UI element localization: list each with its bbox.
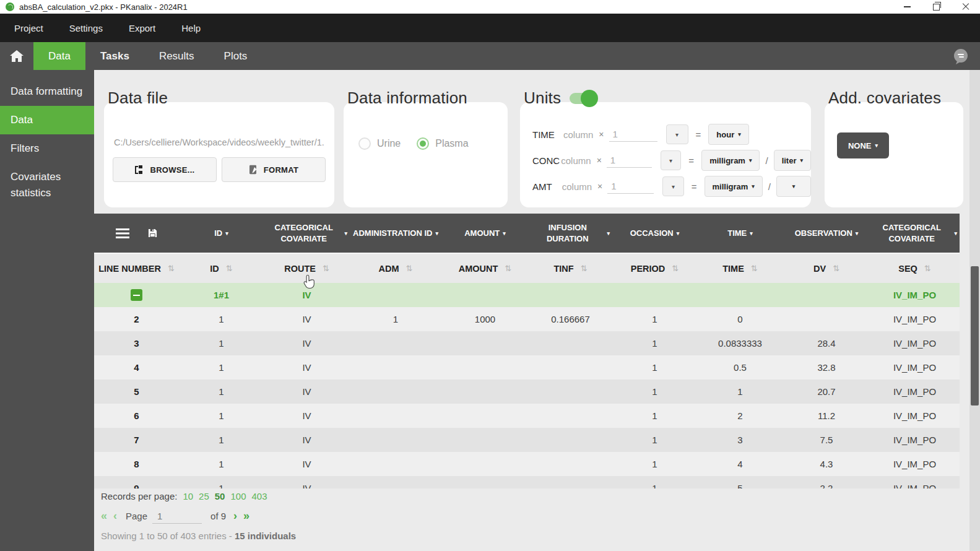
column-header-label: SEQ bbox=[898, 264, 917, 274]
table-row[interactable]: 91IV152.2IV_IM_PO bbox=[94, 476, 960, 488]
tab-results[interactable]: Results bbox=[144, 42, 209, 70]
menu-item-project[interactable]: Project bbox=[1, 23, 56, 33]
page-size-50[interactable]: 50 bbox=[215, 491, 225, 501]
column-header-id[interactable]: ID⇅ bbox=[179, 264, 264, 274]
toolbar-column-categorical-covariate[interactable]: CATEGORICAL COVARIATE▾ bbox=[264, 214, 350, 253]
unit-select-time[interactable]: hour▾ bbox=[708, 124, 748, 145]
scrollbar-thumb[interactable] bbox=[971, 266, 979, 406]
menu-item-help[interactable]: Help bbox=[168, 23, 214, 33]
unit-denominator-select-conc[interactable]: liter▾ bbox=[774, 150, 811, 171]
last-page-button[interactable]: » bbox=[243, 510, 249, 523]
unit-select-conc[interactable]: milligram▾ bbox=[701, 150, 760, 171]
column-header-period[interactable]: PERIOD⇅ bbox=[612, 264, 697, 274]
tab-data[interactable]: Data bbox=[33, 42, 85, 70]
table-row[interactable]: 71IV137.5IV_IM_PO bbox=[94, 428, 960, 452]
table-cell: 2 bbox=[697, 410, 783, 421]
menu-item-export[interactable]: Export bbox=[116, 23, 168, 33]
column-header-line-number[interactable]: LINE NUMBER⇅ bbox=[94, 264, 179, 274]
minimize-button[interactable] bbox=[893, 0, 922, 14]
page-size-403[interactable]: 403 bbox=[252, 491, 267, 501]
unit-multiplier-input[interactable]: 1 bbox=[607, 153, 652, 168]
units-toggle[interactable] bbox=[570, 93, 596, 104]
chevron-down-icon: ▾ bbox=[752, 183, 755, 189]
column-header-tinf[interactable]: TINF⇅ bbox=[529, 264, 612, 274]
sort-icon[interactable]: ⇅ bbox=[751, 264, 758, 273]
sort-icon[interactable]: ⇅ bbox=[505, 264, 511, 273]
toolbar-column-time[interactable]: TIME▾ bbox=[697, 214, 783, 253]
chat-button[interactable] bbox=[952, 48, 969, 65]
unit-select-amt[interactable]: milligram▾ bbox=[705, 176, 763, 197]
toolbar-column-observation[interactable]: OBSERVATION▾ bbox=[783, 214, 870, 253]
toolbar-column-label: OBSERVATION bbox=[795, 228, 852, 239]
toolbar-column-id[interactable]: ID▾ bbox=[179, 214, 264, 253]
sort-icon[interactable]: ⇅ bbox=[226, 264, 233, 273]
toolbar-column-administration-id[interactable]: ADMINISTRATION ID▾ bbox=[350, 214, 441, 253]
browse-button[interactable]: BROWSE... bbox=[113, 157, 217, 182]
sort-icon[interactable]: ⇅ bbox=[168, 264, 175, 273]
table-row[interactable]: 61IV1211.2IV_IM_PO bbox=[94, 404, 960, 428]
page-size-10[interactable]: 10 bbox=[183, 491, 193, 501]
radio-option-plasma[interactable]: Plasma bbox=[417, 137, 468, 150]
chevron-down-icon: ▾ bbox=[954, 228, 957, 239]
toolbar-column-amount[interactable]: AMOUNT▾ bbox=[441, 214, 529, 253]
column-header-adm[interactable]: ADM⇅ bbox=[350, 264, 441, 274]
page-size-100[interactable]: 100 bbox=[230, 491, 246, 501]
sort-icon[interactable]: ⇅ bbox=[924, 264, 931, 273]
sort-icon[interactable]: ⇅ bbox=[323, 264, 329, 273]
toolbar-column-categorical-covariate[interactable]: CATEGORICAL COVARIATE▾ bbox=[870, 214, 960, 253]
sort-icon[interactable]: ⇅ bbox=[406, 264, 413, 273]
page-number-input[interactable] bbox=[152, 508, 202, 524]
unit-denominator-select-amt[interactable]: ▾ bbox=[776, 176, 811, 197]
tab-tasks[interactable]: Tasks bbox=[85, 42, 144, 70]
toolbar-column-occasion[interactable]: OCCASION▾ bbox=[612, 214, 697, 253]
close-button[interactable] bbox=[951, 0, 980, 14]
table-row[interactable]: 41IV10.532.8IV_IM_PO bbox=[94, 355, 960, 380]
table-row[interactable]: 81IV144.3IV_IM_PO bbox=[94, 452, 960, 476]
column-header-seq[interactable]: SEQ⇅ bbox=[870, 264, 960, 274]
tab-plots[interactable]: Plots bbox=[209, 42, 262, 70]
radio-option-urine[interactable]: Urine bbox=[358, 137, 401, 150]
table-row[interactable]: 21IV110000.16666710IV_IM_PO bbox=[94, 307, 960, 331]
sidebar-item-covariates-statistics[interactable]: Covariates statistics bbox=[0, 163, 94, 207]
column-header-dv[interactable]: DV⇅ bbox=[783, 264, 870, 274]
next-page-button[interactable]: › bbox=[233, 510, 237, 523]
unit-multiplier-input[interactable]: 1 bbox=[609, 127, 657, 142]
table-cell: 1 bbox=[612, 435, 697, 445]
sort-icon[interactable]: ⇅ bbox=[581, 264, 588, 273]
unit-multiplier-dropdown[interactable]: ▾ bbox=[662, 176, 683, 196]
add-covariates-none-button[interactable]: NONE ▾ bbox=[837, 132, 889, 158]
column-header-label: PERIOD bbox=[631, 264, 666, 274]
table-row[interactable]: 51IV1120.7IV_IM_PO bbox=[94, 380, 960, 404]
units-section: Units TIMEcolumn×1▾=hour▾CONCcolumn×1▾=m… bbox=[520, 89, 811, 199]
restore-button[interactable] bbox=[922, 0, 951, 14]
browse-label: BROWSE... bbox=[150, 165, 194, 175]
sidebar-item-data-formatting[interactable]: Data formatting bbox=[0, 77, 94, 106]
first-page-button[interactable]: « bbox=[101, 510, 107, 523]
menu-item-settings[interactable]: Settings bbox=[56, 23, 116, 33]
format-button[interactable]: FORMAT bbox=[222, 157, 326, 182]
table-row[interactable]: 31IV10.083333328.4IV_IM_PO bbox=[94, 331, 960, 355]
prev-page-button[interactable]: ‹ bbox=[113, 510, 117, 523]
column-header-amount[interactable]: AMOUNT⇅ bbox=[441, 264, 529, 274]
collapse-row-button[interactable] bbox=[131, 289, 142, 301]
menu-icon[interactable] bbox=[116, 228, 129, 238]
sidebar-item-data[interactable]: Data bbox=[0, 106, 94, 134]
equals-symbol: = bbox=[696, 129, 701, 140]
table-row[interactable]: 1#1IVIV_IM_PO bbox=[94, 283, 960, 307]
unit-multiplier-dropdown[interactable]: ▾ bbox=[666, 124, 688, 144]
save-icon[interactable] bbox=[148, 228, 157, 238]
column-header-route[interactable]: ROUTE⇅ bbox=[264, 264, 350, 274]
unit-multiplier-input[interactable]: 1 bbox=[607, 179, 654, 194]
sort-icon[interactable]: ⇅ bbox=[672, 264, 679, 273]
vertical-scrollbar[interactable] bbox=[969, 70, 980, 551]
home-button[interactable] bbox=[0, 42, 33, 70]
sidebar-item-filters[interactable]: Filters bbox=[0, 134, 94, 163]
sort-icon[interactable]: ⇅ bbox=[833, 264, 839, 273]
table-cell: 1 bbox=[612, 386, 697, 397]
toolbar-column-infusion-duration[interactable]: INFUSION DURATION▾ bbox=[529, 214, 612, 253]
page-size-25[interactable]: 25 bbox=[199, 491, 209, 501]
column-header-time[interactable]: TIME⇅ bbox=[697, 264, 783, 274]
column-header-label: ID bbox=[210, 264, 219, 274]
table-toolbar-icons bbox=[94, 214, 179, 253]
unit-multiplier-dropdown[interactable]: ▾ bbox=[661, 150, 681, 170]
